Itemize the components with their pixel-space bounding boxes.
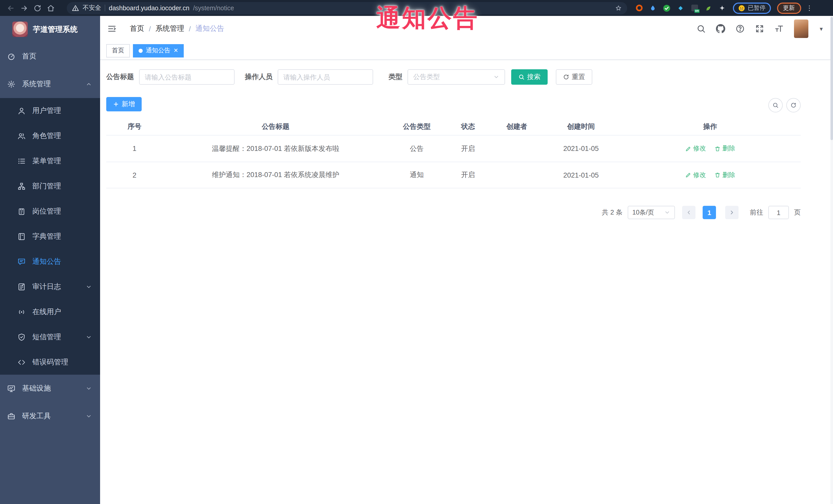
delete-link[interactable]: 删除 (714, 144, 735, 153)
emoji-face-icon (738, 4, 745, 11)
paused-label: 已暂停 (748, 4, 765, 12)
operator-input[interactable] (278, 69, 373, 85)
font-size-icon[interactable] (775, 24, 784, 33)
sidebar-item-notice[interactable]: 通知公告 (0, 249, 100, 274)
sidebar-item-system[interactable]: 系统管理 (0, 70, 100, 98)
sidebar-item-label: 基础设施 (22, 384, 51, 393)
extension-sparkle-icon[interactable] (717, 3, 727, 13)
goto-page-input[interactable] (768, 206, 789, 219)
edit-link[interactable]: 修改 (685, 144, 706, 153)
trash-icon (714, 172, 720, 178)
chevron-up-icon (86, 81, 92, 87)
current-page-button[interactable]: 1 (703, 206, 716, 219)
search-icon[interactable] (696, 24, 706, 33)
sidebar-item-infra[interactable]: 基础设施 (0, 375, 100, 402)
scrollbar[interactable] (830, 16, 833, 504)
browser-update-button[interactable]: 更新 (777, 2, 801, 14)
app-logo-image (12, 22, 28, 37)
type-select[interactable]: 公告类型 (407, 69, 505, 85)
chevron-down-icon (86, 334, 92, 340)
fullscreen-icon[interactable] (755, 24, 764, 33)
extensions-row: on (634, 3, 727, 13)
tab-label: 通知公告 (146, 46, 170, 55)
filter-type-group: 类型 公告类型 (388, 69, 505, 85)
filter-form: 公告标题 操作人员 类型 公告类型 (106, 69, 833, 85)
search-icon (772, 102, 779, 108)
sidebar-item-audit-log[interactable]: 审计日志 (0, 274, 100, 299)
browser-forward-icon[interactable] (19, 2, 30, 14)
sidebar-item-online-users[interactable]: 在线用户 (0, 299, 100, 325)
notice-title-input[interactable] (139, 69, 235, 85)
sidebar-item-sms-mgmt[interactable]: 短信管理 (0, 325, 100, 350)
app-title: 芋道管理系统 (33, 24, 77, 34)
toolbox-icon (7, 412, 16, 421)
sidebar-item-user-mgmt[interactable]: 用户管理 (0, 98, 100, 123)
breadcrumb-separator: / (189, 25, 191, 33)
delete-link[interactable]: 删除 (714, 171, 735, 179)
reset-button[interactable]: 重置 (556, 69, 592, 85)
refresh-icon (563, 74, 569, 80)
browser-menu-icon[interactable]: ⋮ (806, 4, 813, 12)
insecure-warning-icon (72, 4, 79, 11)
col-seq: 序号 (106, 122, 163, 131)
toggle-search-button[interactable] (768, 98, 783, 113)
sidebar-item-dept-mgmt[interactable]: 部门管理 (0, 173, 100, 199)
refresh-table-button[interactable] (786, 98, 801, 113)
scrollbar-thumb[interactable] (830, 17, 833, 140)
avatar[interactable] (794, 20, 808, 38)
sidebar-item-error-code[interactable]: 错误码管理 (0, 350, 100, 375)
address-divider (105, 5, 105, 11)
next-page-button[interactable] (725, 206, 739, 219)
page-size-select[interactable]: 10条/页 (628, 206, 675, 219)
breadcrumb-system[interactable]: 系统管理 (156, 24, 184, 33)
refresh-icon (790, 102, 796, 108)
sidebar-item-dev-tools[interactable]: 研发工具 (0, 402, 100, 430)
col-status: 状态 (445, 122, 491, 131)
extension-drop-icon[interactable] (648, 3, 658, 13)
browser-reload-icon[interactable] (32, 2, 43, 14)
profile-paused-chip[interactable]: 已暂停 (733, 2, 771, 14)
sidebar-item-label: 错误码管理 (32, 358, 68, 367)
cell-title: 维护通知：2018-07-01 若依系统凌晨维护 (163, 170, 388, 179)
caret-down-icon[interactable]: ▼ (818, 26, 824, 31)
bookmark-star-icon[interactable] (615, 4, 622, 11)
extension-leaf-icon[interactable] (704, 3, 713, 13)
monitor-icon (7, 384, 16, 393)
edit-link[interactable]: 修改 (685, 171, 706, 179)
edit-icon (685, 145, 691, 152)
cell-time: 2021-01-05 (543, 171, 619, 179)
browser-home-icon[interactable] (45, 2, 56, 14)
app-logo-row[interactable]: 芋道管理系统 (0, 16, 100, 43)
sidebar-item-label: 通知公告 (32, 257, 61, 266)
help-icon[interactable] (736, 24, 745, 33)
cell-status: 开启 (445, 144, 491, 153)
row-actions: 修改 删除 (619, 144, 801, 153)
extension-check-icon[interactable] (662, 3, 671, 13)
address-bar[interactable]: 不安全 dashboard.yudao.iocoder.cn/system/no… (67, 2, 627, 14)
extension-ring-icon[interactable] (634, 3, 644, 13)
search-button[interactable]: 搜索 (511, 69, 548, 85)
users-icon (18, 131, 26, 140)
breadcrumb-home[interactable]: 首页 (130, 24, 144, 33)
type-label: 类型 (388, 72, 402, 81)
sidebar-item-dict-mgmt[interactable]: 字典管理 (0, 224, 100, 249)
prev-page-button[interactable] (682, 206, 695, 219)
browser-back-icon[interactable] (5, 2, 17, 14)
total-count: 共 2 条 (602, 208, 623, 217)
tab-notice[interactable]: 通知公告 ✕ (133, 44, 184, 57)
sidebar-item-post-mgmt[interactable]: 岗位管理 (0, 199, 100, 224)
close-tab-icon[interactable]: ✕ (173, 48, 178, 53)
sidebar-item-home[interactable]: 首页 (0, 43, 100, 70)
add-button[interactable]: 新增 (106, 97, 142, 111)
breadcrumb: 首页 / 系统管理 / 通知公告 (130, 24, 224, 33)
tab-home[interactable]: 首页 (106, 44, 130, 57)
extension-gem-icon[interactable] (676, 3, 685, 13)
extension-on-badge-icon[interactable]: on (690, 3, 699, 13)
sidebar-item-role-mgmt[interactable]: 角色管理 (0, 123, 100, 148)
collapse-sidebar-icon[interactable] (107, 24, 117, 33)
chevron-down-icon (86, 413, 92, 419)
sidebar-submenu-system: 用户管理 角色管理 菜单管理 部门管理 岗位管理 (0, 98, 100, 375)
github-icon[interactable] (716, 24, 725, 33)
sidebar-item-menu-mgmt[interactable]: 菜单管理 (0, 148, 100, 173)
sidebar-item-label: 用户管理 (32, 106, 61, 115)
